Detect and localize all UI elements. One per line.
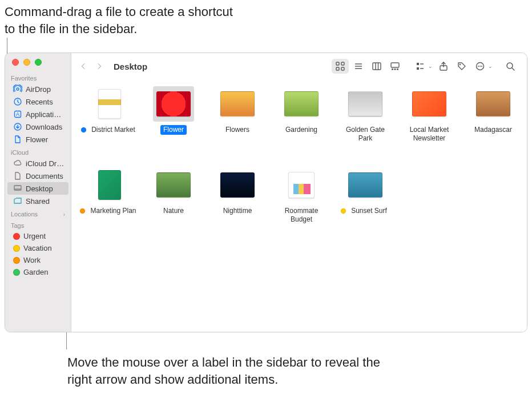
thumbnail-image [288, 172, 315, 198]
thumbnail-image [156, 172, 191, 198]
svg-rect-19 [394, 69, 396, 70]
file-item[interactable]: District Market [78, 84, 141, 164]
file-name: Nighttime [220, 206, 255, 216]
file-item[interactable]: Flower [142, 84, 205, 164]
close-window-button[interactable] [12, 59, 19, 66]
svg-text:A: A [16, 111, 19, 117]
sidebar-item-applications[interactable]: AApplications [7, 108, 68, 120]
sidebar-section-icloud[interactable]: iCloud [5, 146, 71, 157]
file-item[interactable]: Roommate Budget [270, 165, 333, 245]
gallery-view-button[interactable] [386, 59, 404, 74]
svg-rect-18 [392, 69, 393, 70]
file-name-row: Nighttime [220, 206, 255, 216]
tag-dot-icon [13, 233, 20, 240]
tag-dot-icon [13, 257, 20, 264]
sidebar-item-icloud-drive[interactable]: iCloud Drive [7, 157, 68, 170]
search-button[interactable] [502, 59, 519, 74]
sidebar-item-desktop[interactable]: Desktop [7, 182, 68, 195]
file-grid[interactable]: District MarketFlowerFlowersGardeningGol… [71, 79, 527, 332]
file-name-row: Nature [160, 206, 187, 216]
column-view-button[interactable] [368, 59, 385, 74]
thumbnail-image [98, 89, 121, 119]
file-item[interactable]: Flowers [206, 84, 269, 164]
file-name: Flower [160, 125, 187, 135]
sidebar-section-tags[interactable]: Tags [5, 219, 71, 230]
file-item[interactable]: Marketing Plan [78, 165, 141, 245]
list-view-button[interactable] [350, 59, 367, 74]
thumbnail-image [220, 91, 255, 116]
sidebar-item-label: Desktop [26, 184, 53, 193]
file-name: Nature [160, 206, 187, 216]
sidebar-item-label: Urgent [23, 232, 46, 240]
finder-window: Favorites AirDropRecentsAApplicationsDow… [5, 53, 527, 332]
zoom-window-button[interactable] [35, 59, 42, 66]
annotation-top: Command-drag a file to create a shortcut… [5, 3, 233, 37]
view-mode-group [329, 59, 406, 74]
toolbar: Desktop ⌄ [71, 53, 527, 79]
chevron-right-icon: › [63, 211, 65, 218]
chevron-down-icon: ⌄ [428, 63, 433, 69]
thumbnail-image [284, 91, 319, 116]
thumbnail-image [348, 172, 382, 198]
sidebar-item-label: Recents [26, 98, 53, 106]
shared-icon [13, 196, 22, 206]
sidebar-item-airdrop[interactable]: AirDrop [7, 83, 68, 95]
forward-button[interactable] [93, 59, 106, 73]
sidebar-tag-urgent[interactable]: Urgent [7, 230, 68, 242]
file-name-row: Golden Gate Park [335, 125, 396, 143]
icon-view-button[interactable] [332, 59, 349, 74]
tag-dot-icon [13, 269, 20, 276]
more-actions-button[interactable] [471, 59, 489, 74]
sidebar-item-documents[interactable]: Documents [7, 170, 68, 182]
tags-button[interactable] [453, 59, 470, 74]
svg-rect-9 [336, 67, 339, 70]
sidebar-item-shared[interactable]: Shared [7, 195, 68, 207]
file-name-row: Sunset Surf [341, 206, 390, 216]
sidebar-section-locations[interactable]: Locations › [5, 207, 71, 219]
file-name-row: Flowers [223, 125, 252, 135]
tag-dot-icon [13, 245, 20, 252]
file-name: Marketing Plan [87, 206, 139, 216]
back-button[interactable] [77, 59, 90, 73]
svg-rect-10 [341, 67, 344, 70]
sidebar-tag-garden[interactable]: Garden [7, 266, 68, 278]
file-name-row: Local Market Newsletter [399, 125, 460, 143]
main-pane: Desktop ⌄ [71, 53, 527, 332]
sidebar-tag-work[interactable]: Work [7, 254, 68, 266]
file-item[interactable]: Sunset Surf [334, 165, 397, 245]
sidebar-item-label: Vacation [23, 244, 52, 252]
file-icon [13, 135, 22, 144]
toolbar-actions-group: ⌄ ⌄ [409, 59, 496, 74]
file-name: Golden Gate Park [335, 125, 396, 143]
sidebar-section-favorites[interactable]: Favorites [5, 71, 71, 83]
sidebar-section-label: Favorites [11, 75, 37, 82]
sidebar-item-recents[interactable]: Recents [7, 95, 68, 108]
sidebar-section-label: iCloud [11, 149, 29, 156]
svg-point-29 [479, 66, 481, 67]
group-by-button[interactable] [412, 59, 429, 74]
sidebar-item-downloads[interactable]: Downloads [7, 120, 68, 133]
file-item[interactable]: Local Market Newsletter [398, 84, 461, 164]
svg-point-30 [481, 66, 482, 67]
file-name: Roommate Budget [271, 206, 332, 224]
sidebar-item-flower[interactable]: Flower [7, 133, 68, 146]
file-item[interactable]: Golden Gate Park [334, 84, 397, 164]
file-thumbnail [217, 167, 258, 203]
file-name: Local Market Newsletter [399, 125, 460, 143]
thumbnail-image [220, 172, 255, 198]
sidebar-tag-vacation[interactable]: Vacation [7, 242, 68, 254]
doc-icon [13, 171, 22, 180]
sidebar-item-label: Flower [26, 135, 48, 144]
minimize-window-button[interactable] [23, 59, 30, 66]
sidebar-item-label: Documents [26, 172, 63, 180]
file-item[interactable]: Nighttime [206, 165, 269, 245]
clock-icon [13, 97, 22, 106]
share-button[interactable] [435, 59, 452, 74]
cloud-icon [13, 159, 22, 168]
file-item[interactable]: Gardening [270, 84, 333, 164]
file-item[interactable]: Nature [142, 165, 205, 245]
file-thumbnail [345, 86, 386, 122]
file-item[interactable]: Madagascar [462, 84, 525, 164]
file-name: District Market [88, 125, 138, 135]
thumbnail-image [412, 91, 446, 116]
